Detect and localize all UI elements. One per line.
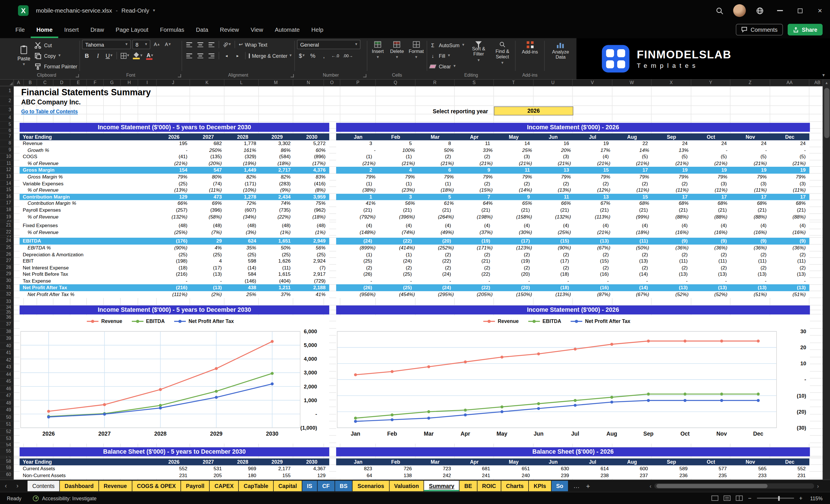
cell[interactable]: (2) [455,154,494,160]
cell[interactable]: (2) [651,180,691,187]
cell[interactable]: (216) [157,271,191,278]
cell[interactable]: 79% [157,174,191,180]
cell[interactable]: (584) [260,154,294,160]
cell[interactable]: 823 [340,465,376,472]
cell[interactable]: (88%) [653,214,693,220]
cell[interactable]: (21%) [575,160,614,167]
cell[interactable]: (25) [225,251,260,258]
cell[interactable]: Current Assets [20,465,156,472]
cell[interactable]: 231 [157,472,191,478]
cell[interactable]: (10%) [225,187,260,194]
column-header[interactable]: Q [376,80,416,86]
cell[interactable]: 577 [691,465,731,472]
cell[interactable]: (729) [294,278,329,284]
font-color-button[interactable]: A▾ [145,51,154,60]
cell[interactable]: (11) [691,258,731,264]
cell[interactable]: (21%) [536,160,575,167]
cell[interactable]: (87%) [575,291,614,298]
cell[interactable]: (21%) [692,160,731,167]
cell[interactable]: % of Revenue [20,160,156,167]
row-header[interactable]: 39 [0,336,13,343]
cell[interactable]: 195 [157,140,191,147]
cell[interactable]: (171%) [458,245,497,251]
cell[interactable]: (2) [340,264,376,271]
cell[interactable]: 7 [455,194,494,200]
column-header[interactable]: T [494,80,534,86]
cell[interactable]: 3 [376,194,416,200]
cell[interactable]: (1) [416,180,455,187]
cell[interactable]: 68% [653,200,693,207]
sheet-tab-is[interactable]: IS [302,481,317,492]
cell[interactable] [336,251,340,258]
bold-button[interactable]: B [82,51,92,60]
cell[interactable]: (25) [294,251,329,258]
cell[interactable]: Growth % [20,147,156,154]
cell[interactable]: 180 [225,472,260,478]
row-header[interactable]: 54 [0,443,13,447]
cell[interactable]: - [534,278,573,284]
cell[interactable]: (404) [260,278,294,284]
row-header[interactable]: 14 [0,180,13,187]
cell[interactable]: 4,367 [294,465,329,472]
cell[interactable]: (20) [416,238,455,245]
cell[interactable]: 6 [416,167,455,174]
cell[interactable]: Jun [534,459,573,465]
cell[interactable]: (17) [534,258,573,264]
column-header[interactable]: AB [809,80,823,86]
cell[interactable]: Feb [376,133,416,140]
chevron-down-icon[interactable]: ▾ [153,8,155,13]
cell[interactable]: (13) [731,271,770,278]
fill-color-button[interactable]: ▾ [132,51,143,60]
cell[interactable]: Payroll Expenses [20,207,156,214]
cell[interactable]: 1,615 [260,271,294,278]
cell[interactable]: (67%) [575,245,614,251]
cell[interactable]: (21) [376,207,416,214]
align-center-button[interactable] [195,51,205,60]
cell[interactable]: 72% [225,200,260,207]
column-header[interactable]: P [340,80,376,86]
cell[interactable]: 13 [573,194,613,200]
cell[interactable]: (21%) [575,229,614,236]
cell[interactable]: (2) [455,180,494,187]
cell[interactable]: 56% [379,200,419,207]
page-layout-view-icon[interactable] [724,496,731,501]
cell[interactable]: Year Ending [20,133,156,140]
cell[interactable]: (48) [225,223,260,229]
cell[interactable] [336,214,344,220]
cell[interactable]: (38%) [344,187,379,194]
cell[interactable]: 2,177 [260,465,294,472]
cell[interactable]: (13) [612,258,651,264]
cell[interactable]: 726 [376,465,416,472]
dialog-launcher-icon[interactable] [178,74,181,77]
cell[interactable]: 25% [225,291,260,298]
sheet-tab-kpis[interactable]: KPIs [529,481,551,492]
cell[interactable]: (607) [225,207,260,214]
cell[interactable]: (67%) [614,291,653,298]
cell[interactable]: 35% [225,245,260,251]
cell[interactable]: Fixed Expenses [20,223,156,229]
share-button[interactable]: Share [788,24,823,35]
cell[interactable]: 438 [225,285,260,291]
cell[interactable]: (329) [225,154,260,160]
cell[interactable]: (792%) [344,214,379,220]
cell[interactable]: - [376,278,416,284]
underline-button[interactable]: U▾ [104,51,114,60]
cell[interactable] [336,200,344,207]
sheet-tab-captable[interactable]: CapTable [239,481,273,492]
align-top-button[interactable] [184,40,194,49]
cell[interactable]: Net Profit After Tax % [20,291,156,298]
cell[interactable]: (735) [260,207,294,214]
column-header[interactable]: I [138,80,157,86]
cell[interactable]: (13) [770,285,809,291]
cell[interactable]: - [191,278,225,284]
cell[interactable]: 33% [458,147,497,154]
cell[interactable]: (13) [731,285,770,291]
sheet-tab-be[interactable]: BE [459,481,477,492]
cell[interactable]: 79% [731,174,770,180]
cell[interactable] [336,167,340,174]
row-header[interactable]: 26 [0,251,13,258]
cell[interactable]: 600 [612,465,651,472]
cell[interactable]: (51%) [770,291,809,298]
cell[interactable]: 3 [340,140,376,147]
cell[interactable]: (19%) [225,160,260,167]
